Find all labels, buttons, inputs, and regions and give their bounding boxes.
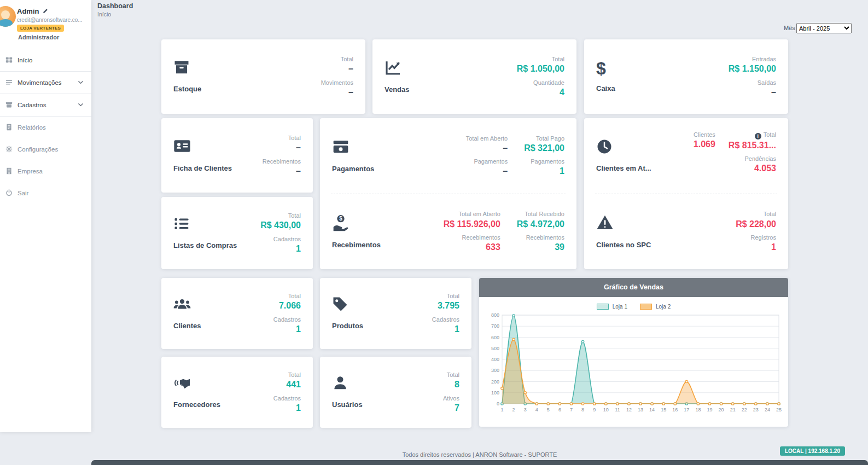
svg-text:24: 24	[765, 407, 770, 412]
svg-text:500: 500	[491, 346, 499, 351]
card-vendas: Vendas Total R$ 1.050,00 Quantidade 4	[372, 39, 576, 114]
stat: Pagamentos 1	[524, 158, 564, 176]
avatar[interactable]	[0, 6, 16, 27]
svg-text:18: 18	[695, 407, 701, 412]
svg-text:12: 12	[626, 407, 632, 412]
stat: Total 8	[443, 371, 459, 390]
sidebar-item-label: Início	[18, 57, 33, 63]
environment-badge: LOCAL | 192.168.1.20	[780, 446, 845, 456]
card-atraso-spc: Clientes em At... Clientes 1.069 iTotal …	[584, 118, 788, 269]
svg-text:1: 1	[500, 407, 503, 412]
legend-swatch-loja2[interactable]	[640, 304, 652, 310]
card-clientes: Clientes Total 7.066 Cadastros 1	[161, 278, 313, 349]
building-icon	[5, 167, 13, 176]
chevron-down-icon[interactable]	[78, 79, 84, 86]
month-select[interactable]: Abril - 2025	[796, 23, 852, 33]
stat: Cadastros 1	[273, 316, 301, 334]
stat: Cadastros 1	[432, 316, 459, 334]
legend-label-loja2[interactable]: Loja 2	[656, 304, 671, 310]
svg-text:200: 200	[491, 379, 499, 385]
chart-legend: Loja 1 Loja 2	[479, 297, 788, 310]
card-listas-compras: Listas de Compras Total R$ 430,00 Cadast…	[161, 197, 313, 269]
svg-text:8: 8	[581, 407, 584, 412]
clock-icon	[596, 138, 694, 157]
sidebar-item-empresa[interactable]: Empresa	[0, 160, 91, 182]
stat: Recebimentos –	[263, 158, 301, 176]
sidebar-item-relatorios[interactable]: Relatórios	[0, 117, 91, 138]
sidebar-item-cadastros[interactable]: Cadastros	[0, 94, 91, 117]
users-icon	[173, 296, 273, 315]
edit-pencil-icon[interactable]	[43, 7, 48, 15]
card-title: Clientes em At...	[596, 164, 661, 173]
user-name: Admin	[17, 7, 48, 15]
archive-icon	[173, 59, 321, 78]
svg-text:21: 21	[730, 407, 736, 412]
card-fornecedores: Fornecedores Total 441 Cadastros 1	[161, 357, 313, 428]
stat: Total R$ 228,00	[736, 211, 776, 229]
svg-text:700: 700	[491, 323, 499, 329]
sidebar-item-inicio[interactable]: Início	[0, 49, 91, 71]
sidebar-menu: Início Movimentações Cadastros Relató	[0, 49, 91, 204]
svg-text:11: 11	[615, 407, 620, 412]
list-icon	[173, 216, 260, 234]
stat: Total Recebido R$ 4.972,00	[517, 211, 564, 229]
svg-text:300: 300	[491, 368, 499, 373]
footer-text: Todos direitos reservados | ANRON Softwa…	[91, 451, 868, 458]
sidebar-item-label: Cadastros	[18, 102, 46, 108]
legend-label-loja1[interactable]: Loja 1	[613, 304, 627, 310]
svg-text:800: 800	[491, 312, 499, 318]
svg-text:15: 15	[661, 407, 666, 412]
info-icon[interactable]: i	[755, 133, 761, 140]
card-title: Ficha de Clientes	[173, 164, 238, 173]
card-produtos: Produtos Total 3.795 Cadastros 1	[320, 278, 471, 349]
svg-text:0: 0	[497, 401, 499, 406]
sidebar-item-movimentacoes[interactable]: Movimentações	[0, 71, 91, 94]
movements-list-icon	[5, 79, 13, 87]
stat: Entradas R$ 1.150,00	[729, 56, 776, 74]
stat: Total R$ 430,00	[260, 212, 301, 230]
stat: Total em Aberto –	[466, 135, 508, 153]
stat: Recebimentos 39	[517, 234, 564, 252]
legend-swatch-loja1[interactable]	[597, 304, 609, 310]
warning-triangle-icon	[596, 214, 736, 234]
stat: Pendências 4.053	[729, 155, 776, 173]
stat: Clientes 1.069	[694, 131, 715, 149]
store-badge: LOJA VERTENTES	[17, 25, 64, 32]
user-icon	[332, 375, 443, 393]
sidebar-item-sair[interactable]: Sair	[0, 182, 91, 204]
sidebar-item-configuracoes[interactable]: Configurações	[0, 138, 91, 160]
sidebar-item-label: Empresa	[18, 168, 43, 175]
stat: Pagamentos –	[466, 158, 508, 176]
svg-text:100: 100	[491, 390, 499, 396]
svg-text:9: 9	[593, 407, 596, 412]
user-role: Administrador	[18, 34, 59, 40]
sales-chart-panel: Gráfico de Vendas Loja 1 Loja 2 01002003…	[479, 278, 788, 427]
svg-text:25: 25	[776, 407, 782, 412]
power-icon	[5, 189, 13, 197]
chart-body: Loja 1 Loja 2 01002003004005006007008001…	[479, 297, 788, 427]
stat: Total 3.795	[432, 293, 459, 311]
svg-text:20: 20	[719, 407, 724, 412]
card-usuarios: Usuários Total 8 Ativos 7	[320, 357, 471, 428]
svg-text:17: 17	[684, 407, 689, 412]
stat: Recebimentos 633	[444, 234, 500, 252]
card-title: Estoque	[173, 85, 238, 94]
handshake-icon	[173, 375, 273, 393]
stat: Total –	[263, 135, 301, 153]
hand-money-icon: $	[332, 214, 444, 234]
gear-icon	[5, 146, 13, 154]
stat: Quantidade 4	[517, 79, 564, 97]
stat: Movimentos –	[321, 79, 353, 97]
tag-icon	[332, 296, 432, 315]
stat: Saídas –	[729, 79, 776, 97]
stat: Registros 1	[736, 234, 776, 252]
card-title: Pagamentos	[332, 165, 397, 173]
sidebar-item-label: Movimentações	[18, 79, 62, 86]
card-title: Recebimentos	[332, 241, 397, 249]
sidebar-item-label: Configurações	[18, 146, 58, 153]
bottom-bar	[91, 460, 868, 465]
chevron-down-icon[interactable]	[78, 102, 84, 109]
card-title: Fornecedores	[173, 400, 238, 409]
card-estoque: Estoque Total – Movimentos –	[161, 39, 365, 114]
svg-text:19: 19	[707, 407, 712, 412]
